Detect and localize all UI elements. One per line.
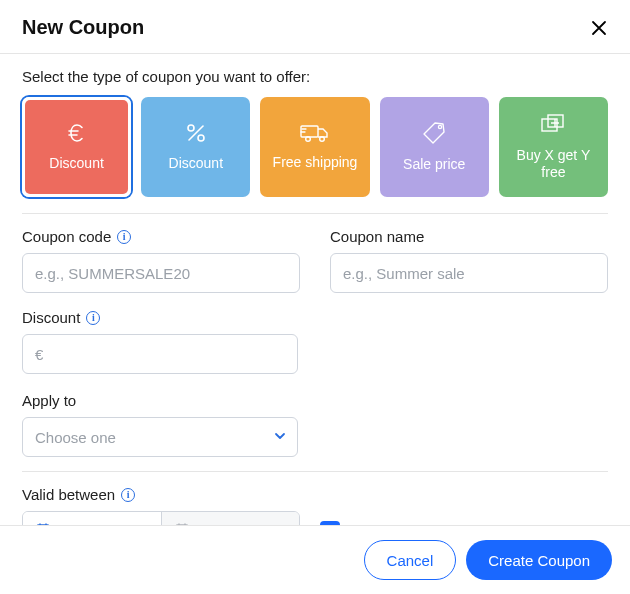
coupon-code-field: Coupon code i (22, 228, 300, 293)
truck-icon (300, 122, 330, 144)
modal-footer: Cancel Create Coupon (0, 525, 630, 594)
type-card-label: Free shipping (273, 154, 358, 172)
coupon-code-label: Coupon code i (22, 228, 300, 245)
apply-to-label: Apply to (22, 392, 608, 409)
coupon-name-input[interactable] (330, 253, 608, 293)
valid-between-field: Valid between i Dec 2, 2022 De (22, 486, 608, 525)
discount-input[interactable]: € (22, 334, 298, 374)
modal-header: New Coupon (0, 0, 630, 54)
percent-icon (184, 121, 208, 145)
svg-point-1 (198, 135, 204, 141)
type-card-label: Discount (49, 155, 103, 173)
type-card-discount-amount[interactable]: Discount (22, 97, 131, 197)
divider (22, 471, 608, 472)
coupon-name-label: Coupon name (330, 228, 608, 245)
divider (22, 213, 608, 214)
apply-to-field: Apply to Choose one (22, 392, 608, 457)
discount-label: Discount i (22, 309, 608, 326)
chevron-down-icon (273, 429, 287, 446)
coupon-code-input[interactable] (22, 253, 300, 293)
type-card-sale-price[interactable]: Sale price (380, 97, 489, 197)
coupon-type-row: Discount Discount Free shipping Sal (22, 97, 608, 197)
apply-to-select[interactable]: Choose one (22, 417, 298, 457)
modal-body: Select the type of coupon you want to of… (0, 54, 630, 525)
svg-point-3 (306, 137, 311, 142)
modal-title: New Coupon (22, 16, 144, 39)
coupon-name-field: Coupon name (330, 228, 608, 293)
svg-point-5 (439, 126, 442, 129)
currency-prefix: € (35, 346, 43, 363)
euro-icon (65, 121, 89, 145)
valid-between-label: Valid between i (22, 486, 608, 503)
create-coupon-button[interactable]: Create Coupon (466, 540, 612, 580)
date-range-picker: Dec 2, 2022 Dec 4, 2022 (22, 511, 300, 525)
type-prompt: Select the type of coupon you want to of… (22, 68, 608, 85)
cancel-button[interactable]: Cancel (364, 540, 457, 580)
svg-point-0 (188, 125, 194, 131)
close-button[interactable] (590, 19, 608, 37)
type-card-discount-percent[interactable]: Discount (141, 97, 250, 197)
type-card-label: Sale price (403, 156, 465, 174)
info-icon[interactable]: i (121, 488, 135, 502)
svg-point-4 (320, 137, 325, 142)
type-card-buy-x-get-y[interactable]: Buy X get Y free (499, 97, 608, 197)
apply-to-placeholder: Choose one (35, 429, 116, 446)
tag-icon (421, 120, 447, 146)
end-date-input: Dec 4, 2022 (161, 512, 299, 525)
info-icon[interactable]: i (117, 230, 131, 244)
new-coupon-modal: New Coupon Select the type of coupon you… (0, 0, 630, 594)
info-icon[interactable]: i (86, 311, 100, 325)
buyx-icon (539, 113, 567, 137)
type-card-free-shipping[interactable]: Free shipping (260, 97, 369, 197)
start-date-input[interactable]: Dec 2, 2022 (23, 512, 161, 525)
close-icon (590, 19, 608, 37)
type-card-label: Buy X get Y free (503, 147, 604, 182)
type-card-label: Discount (169, 155, 223, 173)
discount-field: Discount i € (22, 309, 608, 374)
